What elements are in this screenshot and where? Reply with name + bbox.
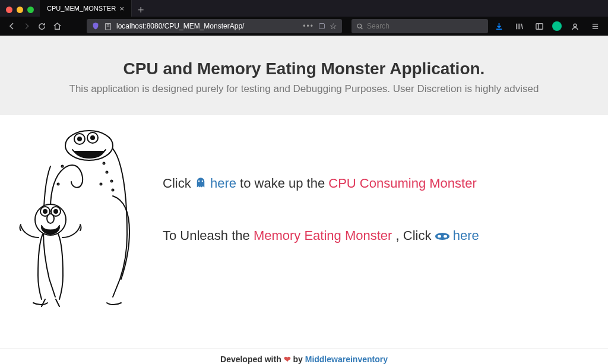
- url-actions: •••: [303, 22, 314, 30]
- hero: CPU and Memory Eating Monster Applicatio…: [0, 36, 608, 115]
- sidebar-button[interactable]: [532, 19, 546, 33]
- browser-tab[interactable]: CPU_MEM_MONSTER ×: [40, 0, 132, 17]
- search-input[interactable]: [367, 22, 483, 30]
- svg-point-1: [357, 24, 362, 28]
- text: to wake up the: [240, 176, 328, 191]
- cpu-monster-link[interactable]: here: [210, 176, 236, 191]
- shield-icon: [91, 22, 100, 30]
- toolbar: localhost:8080/CPU_MEM_MonsterApp/ ••• ☆: [0, 17, 608, 36]
- svg-point-12: [103, 163, 105, 164]
- info-icon: [104, 23, 112, 30]
- main-body: Click here to wake up the CPU Consuming …: [0, 115, 608, 348]
- minimize-window-button[interactable]: [17, 7, 23, 13]
- search-icon: [356, 23, 363, 30]
- action-links: Click here to wake up the CPU Consuming …: [163, 125, 590, 280]
- maximize-window-button[interactable]: [27, 7, 34, 13]
- toolbar-right: [492, 19, 602, 33]
- url-bar[interactable]: localhost:8080/CPU_MEM_MonsterApp/ ••• ☆: [87, 19, 342, 33]
- text: , Click: [396, 228, 435, 243]
- svg-point-6: [78, 137, 81, 141]
- close-tab-button[interactable]: ×: [117, 4, 126, 13]
- svg-point-13: [58, 183, 59, 185]
- search-bar[interactable]: [352, 19, 488, 33]
- bookmark-icon[interactable]: ☆: [330, 21, 337, 31]
- text: by: [293, 354, 305, 364]
- svg-point-24: [444, 235, 447, 238]
- heart-icon: ❤: [284, 354, 291, 364]
- tab-bar: CPU_MEM_MONSTER × +: [0, 0, 608, 17]
- browser-chrome: CPU_MEM_MONSTER × + localhost:8080/CPU_M…: [0, 0, 608, 36]
- svg-point-3: [574, 24, 577, 27]
- page-subtitle: This application is designed purely for …: [12, 83, 596, 95]
- text: Developed with: [220, 354, 284, 364]
- svg-point-9: [62, 166, 64, 167]
- svg-point-11: [112, 189, 114, 191]
- window-controls: [5, 7, 40, 17]
- page: CPU and Memory Eating Monster Applicatio…: [0, 36, 608, 364]
- account-button[interactable]: [568, 19, 582, 33]
- reload-button[interactable]: [36, 19, 48, 33]
- svg-point-20: [54, 210, 58, 213]
- svg-point-22: [435, 233, 449, 240]
- cpu-monster-label: CPU Consuming Monster: [328, 176, 476, 191]
- monster-illustration: [18, 125, 154, 309]
- forward-button[interactable]: [21, 19, 33, 33]
- text: To Unleash the: [163, 228, 254, 243]
- reader-mode-icon[interactable]: [319, 23, 325, 29]
- svg-point-15: [100, 183, 102, 185]
- memory-monster-link[interactable]: here: [453, 228, 479, 243]
- extension-icon[interactable]: [552, 21, 562, 31]
- svg-point-10: [106, 172, 108, 173]
- library-button[interactable]: [512, 19, 526, 33]
- menu-button[interactable]: [588, 19, 602, 33]
- url-text: localhost:8080/CPU_MEM_MonsterApp/: [116, 22, 298, 30]
- memory-monster-label: Memory Eating Monster: [254, 228, 392, 243]
- cpu-monster-line: Click here to wake up the CPU Consuming …: [163, 176, 590, 192]
- back-button[interactable]: [6, 19, 18, 33]
- svg-point-8: [91, 136, 94, 140]
- close-window-button[interactable]: [6, 7, 12, 13]
- svg-rect-2: [536, 23, 542, 29]
- svg-point-21: [47, 214, 54, 223]
- svg-point-18: [43, 210, 47, 213]
- ghost-icon: [195, 177, 207, 192]
- page-title: CPU and Memory Eating Monster Applicatio…: [12, 59, 596, 78]
- downloads-button[interactable]: [492, 19, 506, 33]
- memory-monster-line: To Unleash the Memory Eating Monster , C…: [163, 228, 590, 245]
- home-button[interactable]: [52, 19, 64, 33]
- svg-point-23: [438, 235, 441, 238]
- footer: Developed with ❤ by Middlewareinventory: [0, 348, 608, 364]
- text: Click: [163, 176, 195, 191]
- tab-title: CPU_MEM_MONSTER: [47, 5, 117, 12]
- author-link[interactable]: Middlewareinventory: [305, 354, 388, 364]
- svg-rect-0: [105, 24, 110, 30]
- svg-point-14: [111, 181, 113, 182]
- new-tab-button[interactable]: +: [132, 4, 150, 17]
- mask-icon: [435, 229, 449, 245]
